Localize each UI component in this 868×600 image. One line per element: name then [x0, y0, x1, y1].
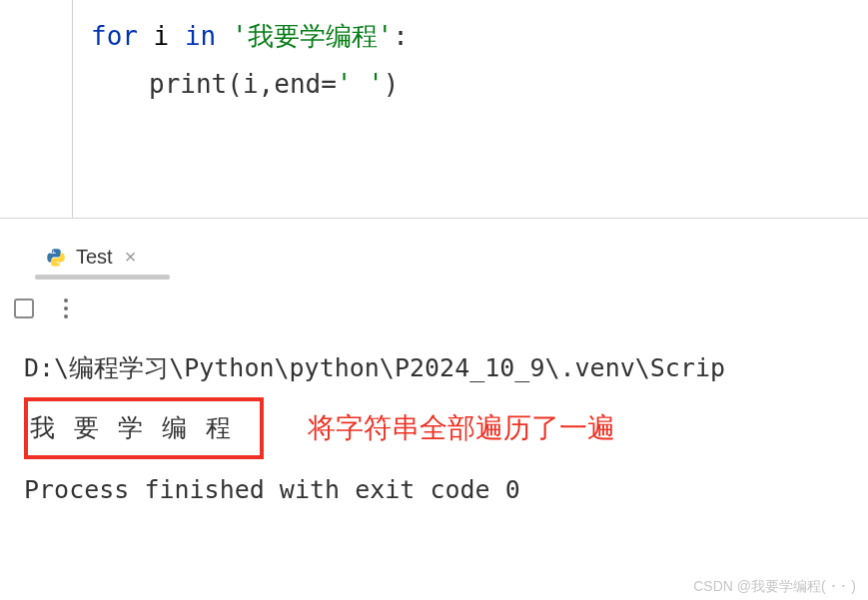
- keyword-for: for: [91, 21, 138, 51]
- annotation-text: 将字符串全部遍历了一遍: [308, 403, 615, 453]
- tab-underline: [35, 275, 170, 280]
- output-row: 我 要 学 编 程 将字符串全部遍历了一遍: [24, 397, 868, 459]
- code-editor[interactable]: for i in '我要学编程': print(i,end=' '): [72, 0, 868, 218]
- string-literal: ' ': [337, 69, 384, 99]
- code-line-1[interactable]: for i in '我要学编程':: [73, 12, 868, 60]
- var-i: i: [138, 21, 185, 51]
- func-print: print: [149, 69, 227, 99]
- string-literal: '我要学编程': [232, 21, 393, 51]
- watermark: CSDN @我要学编程( ･ ･ ): [693, 578, 856, 596]
- run-tool-tab-bar: Test ×: [0, 218, 868, 280]
- run-tab-label[interactable]: Test: [76, 246, 113, 269]
- more-icon[interactable]: [64, 299, 68, 318]
- console-output[interactable]: D:\编程学习\Python\python\P2024_10_9\.venv\S…: [0, 337, 868, 515]
- exit-code-line: Process finished with exit code 0: [24, 465, 868, 515]
- close-icon[interactable]: ×: [125, 246, 137, 269]
- highlighted-output: 我 要 学 编 程: [24, 397, 264, 459]
- python-icon: [46, 248, 66, 268]
- keyword-in: in: [185, 21, 216, 51]
- code-line-2[interactable]: print(i,end=' '): [73, 60, 868, 108]
- console-toolbar: [0, 280, 868, 337]
- console-path-line: D:\编程学习\Python\python\P2024_10_9\.venv\S…: [24, 343, 868, 393]
- stop-icon[interactable]: [14, 299, 34, 318]
